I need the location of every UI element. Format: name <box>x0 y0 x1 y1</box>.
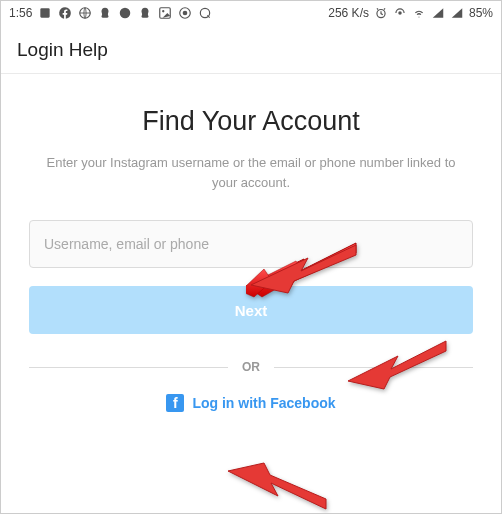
page-title: Login Help <box>17 39 485 61</box>
username-email-phone-input[interactable] <box>29 220 473 268</box>
facebook-login-button[interactable]: f Log in with Facebook <box>29 394 473 412</box>
wifi-icon <box>412 6 426 20</box>
main-heading: Find Your Account <box>29 106 473 137</box>
picture-icon <box>158 6 172 20</box>
annotation-arrow-3 <box>226 461 336 514</box>
squirrel-icon-2 <box>138 6 152 20</box>
q-icon <box>198 6 212 20</box>
svg-point-4 <box>162 10 164 12</box>
facebook-icon: f <box>166 394 184 412</box>
notification-icon <box>38 6 52 20</box>
svg-rect-0 <box>41 8 50 17</box>
app-icon <box>118 6 132 20</box>
divider-label: OR <box>242 360 260 374</box>
facebook-f-glyph: f <box>173 395 178 411</box>
status-right: 256 K/s 85% <box>328 6 493 20</box>
chrome-icon <box>178 6 192 20</box>
divider: OR <box>29 360 473 374</box>
network-speed: 256 K/s <box>328 6 369 20</box>
svg-point-10 <box>398 11 402 15</box>
svg-point-2 <box>120 8 131 19</box>
status-bar: 1:56 256 K/s 85% <box>1 1 501 25</box>
globe-icon <box>78 6 92 20</box>
alarm-icon <box>374 6 388 20</box>
divider-line-right <box>274 367 473 368</box>
status-left: 1:56 <box>9 6 212 20</box>
signal-icon-2 <box>450 6 464 20</box>
app-header: Login Help <box>1 25 501 74</box>
next-button[interactable]: Next <box>29 286 473 334</box>
status-time: 1:56 <box>9 6 32 20</box>
divider-line-left <box>29 367 228 368</box>
signal-icon <box>431 6 445 20</box>
hotspot-icon <box>393 6 407 20</box>
main-subtitle: Enter your Instagram username or the ema… <box>29 153 473 192</box>
battery-percent: 85% <box>469 6 493 20</box>
facebook-icon <box>58 6 72 20</box>
facebook-login-label: Log in with Facebook <box>192 395 335 411</box>
main-content: Find Your Account Enter your Instagram u… <box>1 74 501 412</box>
squirrel-icon <box>98 6 112 20</box>
svg-point-6 <box>183 11 188 16</box>
